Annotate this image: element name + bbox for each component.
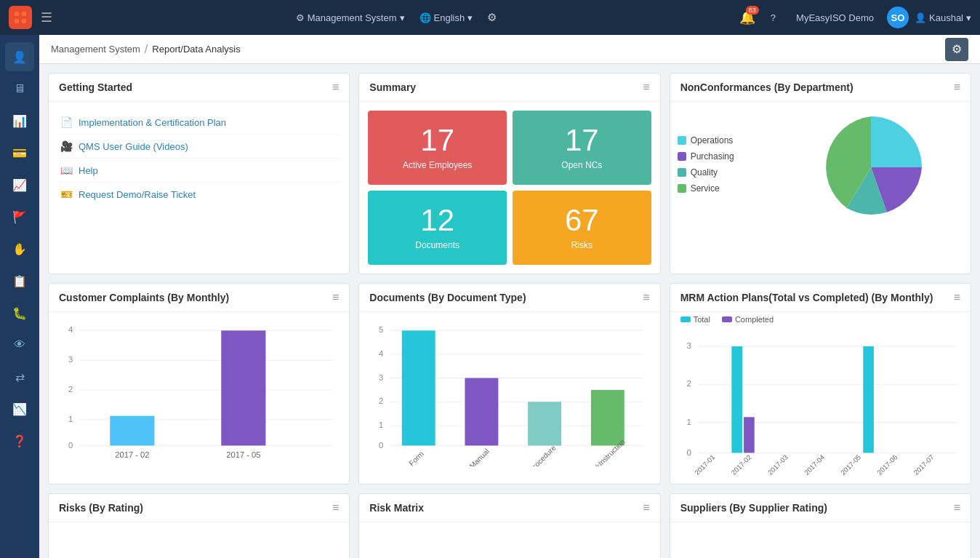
notifications-count: 83 bbox=[746, 6, 759, 15]
quality-dot bbox=[678, 168, 686, 177]
svg-text:3: 3 bbox=[68, 355, 73, 364]
getting-started-header: Getting Started ≡ bbox=[49, 73, 349, 102]
docs-chart-menu-icon[interactable]: ≡ bbox=[643, 291, 649, 304]
globe-icon: 🌐 bbox=[419, 12, 431, 23]
avatar: SO bbox=[887, 7, 909, 28]
svg-text:2017-01: 2017-01 bbox=[693, 453, 716, 477]
help-button[interactable]: ? bbox=[763, 12, 783, 23]
summary-tile-documents[interactable]: 12 Documents bbox=[368, 191, 507, 265]
summary-menu-icon[interactable]: ≡ bbox=[643, 81, 649, 94]
openncs-count: 17 bbox=[565, 125, 599, 156]
mrm-action-card: MRM Action Plans(Total vs Completed) (By… bbox=[670, 283, 971, 485]
nonconformances-title: NonConformances (By Department) bbox=[680, 81, 854, 93]
summary-tile-risks[interactable]: 67 Risks bbox=[513, 191, 651, 265]
sidebar-item-bugs[interactable]: 🐛 bbox=[5, 298, 34, 327]
bar-form bbox=[402, 330, 435, 445]
suppliers-card: Suppliers (By Supplier Rating) ≡ bbox=[670, 493, 971, 558]
svg-text:2: 2 bbox=[68, 385, 73, 394]
sidebar-item-flags[interactable]: 🚩 bbox=[5, 202, 34, 231]
gs-item-implementation[interactable]: 📄 Implementation & Certification Plan bbox=[57, 111, 340, 135]
suppliers-header: Suppliers (By Supplier Rating) ≡ bbox=[670, 494, 971, 522]
sidebar-item-documents[interactable]: 📋 bbox=[5, 266, 34, 295]
svg-point-0 bbox=[15, 12, 20, 17]
completed-legend-color bbox=[722, 316, 732, 322]
bar-2017-05 bbox=[221, 330, 265, 445]
risk-matrix-header: Risk Matrix ≡ bbox=[359, 494, 659, 522]
management-system-menu[interactable]: ⚙ Management System ▾ bbox=[289, 12, 412, 23]
purchasing-dot bbox=[678, 152, 686, 161]
mrm-menu-icon[interactable]: ≡ bbox=[954, 291, 960, 304]
svg-text:2017-05: 2017-05 bbox=[839, 453, 862, 477]
risk-matrix-title: Risk Matrix bbox=[369, 502, 424, 514]
risks-menu-icon[interactable]: ≡ bbox=[332, 501, 339, 514]
risks-title: Risks (By Rating) bbox=[59, 502, 143, 514]
complaints-menu-icon[interactable]: ≡ bbox=[332, 291, 339, 304]
gs-item-help[interactable]: 📖 Help bbox=[57, 159, 340, 183]
complaints-header: Customer Complaints (By Monthly) ≡ bbox=[49, 284, 349, 312]
summary-tile-employees[interactable]: 17 Active Employees bbox=[368, 111, 507, 185]
customer-complaints-card: Customer Complaints (By Monthly) ≡ 4 3 2… bbox=[48, 283, 350, 485]
sidebar-item-dashboard[interactable]: 🖥 bbox=[5, 74, 34, 103]
sidebar-item-actions[interactable]: ✋ bbox=[5, 234, 34, 263]
language-menu[interactable]: 🌐 English ▾ bbox=[412, 12, 481, 23]
sidebar-item-trends[interactable]: 📉 bbox=[5, 394, 34, 423]
risks-body bbox=[49, 522, 349, 558]
sidebar-item-analytics[interactable]: 📊 bbox=[5, 106, 34, 135]
breadcrumb-parent[interactable]: Management System bbox=[51, 44, 140, 55]
risks-header: Risks (By Rating) ≡ bbox=[49, 494, 349, 522]
sidebar-item-profile[interactable]: 👤 bbox=[5, 42, 34, 71]
menu-icon[interactable]: ☰ bbox=[41, 9, 52, 25]
svg-text:3: 3 bbox=[379, 373, 383, 382]
notifications-button[interactable]: 🔔 83 bbox=[737, 7, 758, 28]
chevron-down-icon: ▾ bbox=[966, 12, 971, 23]
nc-legend: Operations Purchasing Quality Service bbox=[678, 135, 772, 199]
top-nav: ☰ ⚙ Management System ▾ 🌐 English ▾ ⚙ 🔔 … bbox=[0, 0, 980, 35]
summary-tile-openncs[interactable]: 17 Open NCs bbox=[513, 111, 651, 185]
gs-item-videos[interactable]: 🎥 QMS User Guide (Videos) bbox=[57, 135, 340, 159]
risk-matrix-menu-icon[interactable]: ≡ bbox=[643, 501, 649, 514]
sidebar: 👤 🖥 📊 💳 📈 🚩 ✋ 📋 🐛 👁 ⇄ 📉 ❓ bbox=[0, 35, 39, 558]
sidebar-item-visibility[interactable]: 👁 bbox=[5, 330, 34, 359]
ticket-icon: 🎫 bbox=[60, 188, 73, 200]
suppliers-menu-icon[interactable]: ≡ bbox=[954, 501, 960, 514]
sidebar-item-transfer[interactable]: ⇄ bbox=[5, 362, 34, 391]
getting-started-title: Getting Started bbox=[59, 81, 132, 93]
user-label: Kaushal bbox=[929, 12, 963, 23]
bar-2017-02 bbox=[110, 416, 154, 446]
nonconformances-menu-icon[interactable]: ≡ bbox=[954, 81, 960, 94]
mrm-header: MRM Action Plans(Total vs Completed) (By… bbox=[670, 284, 971, 312]
risk-matrix-body bbox=[359, 522, 659, 558]
mrm-legend: Total Completed bbox=[670, 312, 971, 324]
system-label: Management System bbox=[308, 12, 397, 23]
network-icon-btn[interactable]: ⚙ bbox=[480, 11, 504, 24]
openncs-label: Open NCs bbox=[561, 160, 602, 170]
sidebar-item-reports[interactable]: 📈 bbox=[5, 170, 34, 199]
risks-label: Risks bbox=[571, 240, 593, 250]
bar-mrm-total-2017-05 bbox=[863, 346, 874, 453]
mrm-chart-area: 3 2 1 0 2017-01 2017-02 2017-03 2017 bbox=[670, 324, 971, 484]
bar-mrm-completed-2017-02 bbox=[744, 417, 755, 453]
sidebar-item-billing[interactable]: 💳 bbox=[5, 138, 34, 167]
svg-text:1: 1 bbox=[379, 421, 383, 429]
app-logo[interactable] bbox=[9, 6, 32, 29]
page-settings-button[interactable]: ⚙ bbox=[945, 38, 968, 61]
summary-card: Summary ≡ 17 Active Employees 17 Open NC… bbox=[358, 73, 660, 274]
bar-mrm-total-2017-02 bbox=[731, 346, 742, 453]
complaints-chart-svg: 4 3 2 1 0 2017 - 02 2017 - 05 bbox=[55, 318, 343, 466]
summary-header: Summary ≡ bbox=[359, 73, 659, 102]
svg-text:5: 5 bbox=[379, 325, 383, 334]
svg-text:2017 - 05: 2017 - 05 bbox=[226, 450, 260, 459]
getting-started-menu-icon[interactable]: ≡ bbox=[332, 81, 339, 94]
complaints-chart-area: 4 3 2 1 0 2017 - 02 2017 - 05 bbox=[49, 312, 349, 472]
svg-point-2 bbox=[15, 19, 20, 24]
topnav-right: 🔔 83 ? MyEasyISO Demo SO 👤 Kaushal ▾ bbox=[737, 7, 971, 28]
svg-text:Procedure: Procedure bbox=[528, 444, 558, 466]
user-menu[interactable]: 👤 Kaushal ▾ bbox=[915, 12, 971, 23]
suppliers-title: Suppliers (By Supplier Rating) bbox=[680, 502, 827, 514]
summary-body: 17 Active Employees 17 Open NCs 12 Docum… bbox=[359, 102, 659, 274]
svg-text:2017 - 02: 2017 - 02 bbox=[115, 450, 149, 459]
gs-item-demo[interactable]: 🎫 Request Demo/Raise Ticket bbox=[57, 183, 340, 206]
sidebar-item-help[interactable]: ❓ bbox=[5, 426, 34, 455]
svg-text:4: 4 bbox=[379, 349, 383, 358]
svg-text:Manual: Manual bbox=[468, 447, 491, 466]
